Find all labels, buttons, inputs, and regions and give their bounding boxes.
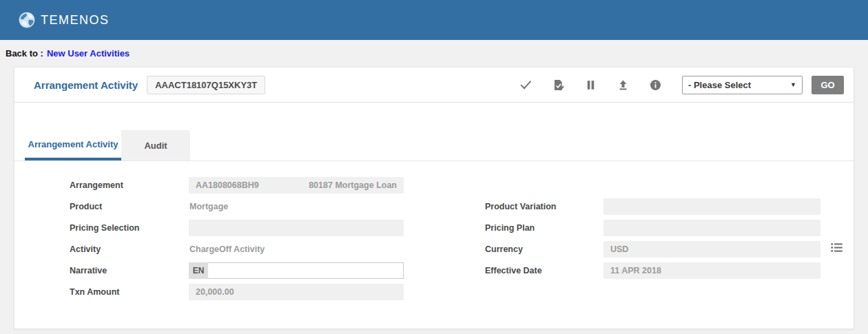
form-row-product: Product Mortgage: [70, 196, 404, 217]
chevron-down-icon: ▼: [790, 81, 796, 88]
upload-icon[interactable]: [616, 78, 630, 92]
tab-arrangement-activity[interactable]: Arrangement Activity: [25, 130, 121, 160]
form-column-left: Arrangement AA1808068BH9 80187 Mortgage …: [70, 174, 404, 302]
field-label: Narrative: [70, 266, 189, 275]
pricing-selection-field: [189, 220, 404, 236]
brand-name: TEMENOS: [41, 13, 110, 28]
action-dropdown[interactable]: - Please Select ▼: [682, 76, 803, 94]
arrangement-id: AA1808068BH9: [196, 180, 259, 190]
breadcrumb: Back to : New User Activities: [0, 40, 868, 67]
toolbar: - Please Select ▼ GO: [500, 76, 844, 94]
content-card: Arrangement Activity AAACT18107Q15XKY3T: [14, 67, 854, 329]
record-id-badge: AAACT18107Q15XKY3T: [147, 76, 265, 94]
app-header: TEMENOS: [0, 0, 868, 40]
hold-pause-icon[interactable]: [583, 78, 597, 92]
field-label: Product: [70, 202, 189, 211]
pricing-plan-field: [603, 220, 820, 236]
commit-check-icon[interactable]: [519, 78, 533, 92]
activity-value: ChargeOff Activity: [189, 244, 404, 254]
tab-audit[interactable]: Audit: [121, 130, 190, 160]
effective-date-field: 11 APR 2018: [603, 262, 820, 279]
tab-bar: Arrangement Activity Audit: [25, 130, 190, 160]
breadcrumb-link[interactable]: New User Activities: [47, 48, 130, 59]
form-column-right: Product Variation Pricing Plan Currency …: [485, 196, 820, 281]
field-label: Arrangement: [70, 180, 189, 190]
field-label: Product Variation: [485, 202, 603, 211]
txn-amount-field: 20,000.00: [189, 284, 404, 300]
action-dropdown-value: - Please Select: [688, 80, 751, 90]
arrangement-description: 80187 Mortgage Loan: [309, 180, 397, 190]
form-row-pricing-plan: Pricing Plan: [485, 217, 820, 238]
page-title: Arrangement Activity: [34, 79, 138, 91]
product-value: Mortgage: [189, 202, 404, 211]
form-row-txn-amount: Txn Amount 20,000.00: [70, 281, 404, 302]
language-badge[interactable]: EN: [189, 262, 208, 279]
field-label: Txn Amount: [70, 287, 189, 297]
field-label: Pricing Plan: [485, 223, 603, 233]
validate-document-check-icon[interactable]: [551, 78, 565, 92]
form-row-product-variation: Product Variation: [485, 196, 820, 217]
product-variation-field: [603, 198, 820, 215]
form-row-effective-date: Effective Date 11 APR 2018: [485, 260, 820, 281]
arrangement-field: AA1808068BH9 80187 Mortgage Loan: [189, 177, 404, 194]
field-label: Pricing Selection: [70, 223, 189, 233]
form-row-pricing-selection: Pricing Selection: [70, 217, 404, 238]
list-icon[interactable]: [829, 240, 844, 255]
form-row-activity: Activity ChargeOff Activity: [70, 238, 404, 260]
field-label: Currency: [485, 244, 603, 254]
go-button[interactable]: GO: [812, 76, 844, 94]
tabs-divider: [14, 160, 854, 161]
breadcrumb-prefix: Back to :: [6, 48, 43, 59]
form-row-currency: Currency USD: [485, 238, 820, 260]
temenos-globe-icon: [18, 11, 36, 29]
form-row-arrangement: Arrangement AA1808068BH9 80187 Mortgage …: [70, 174, 404, 196]
title-bar: Arrangement Activity AAACT18107Q15XKY3T: [14, 67, 854, 103]
info-icon[interactable]: [648, 78, 662, 92]
field-label: Effective Date: [485, 266, 603, 275]
field-label: Activity: [70, 244, 189, 254]
form-row-narrative: Narrative EN: [70, 260, 404, 281]
currency-field: USD: [603, 241, 820, 258]
narrative-input[interactable]: [208, 262, 404, 279]
